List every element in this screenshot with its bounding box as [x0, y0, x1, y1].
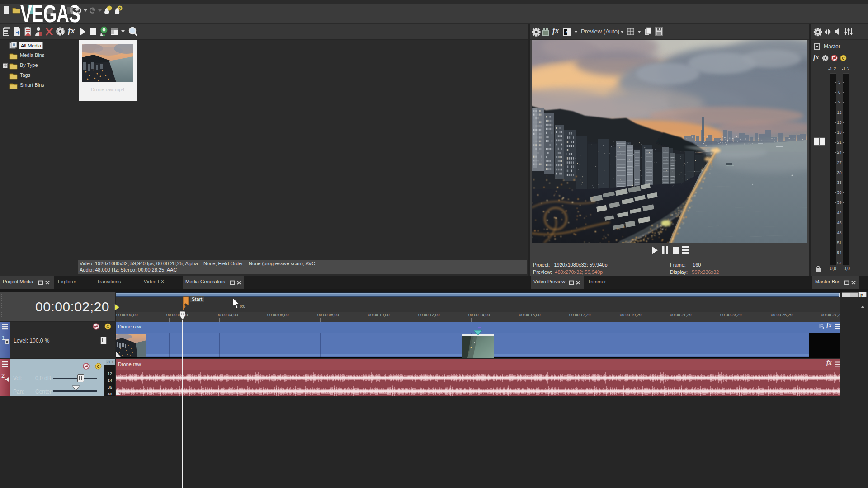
svg-text:?: ?	[118, 6, 121, 11]
svg-text:C: C	[97, 364, 100, 369]
svg-text:C: C	[106, 324, 109, 329]
svg-text:C: C	[842, 56, 845, 61]
svg-text:4: 4	[566, 30, 568, 34]
